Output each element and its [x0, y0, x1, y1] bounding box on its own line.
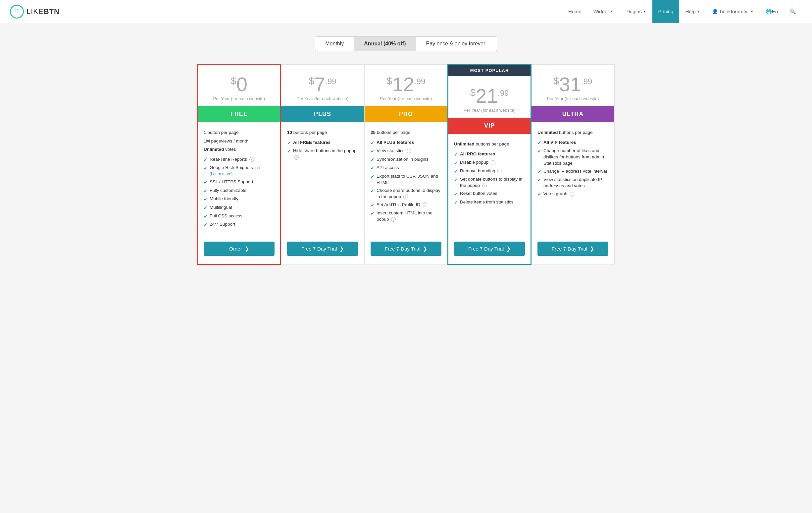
- ultra-price-area: $31.99 Per Year (for each website): [531, 64, 614, 106]
- free-price-area: $0 Per Year (for each website): [198, 64, 281, 106]
- info-icon[interactable]: i: [249, 157, 254, 162]
- check-icon: ✔: [454, 177, 458, 183]
- pro-trial-button[interactable]: Free 7-Day Trial ❯: [371, 242, 441, 256]
- info-icon[interactable]: i: [482, 184, 487, 188]
- ultra-price: $31.99: [536, 75, 609, 94]
- list-item: ✔All PRO features: [454, 151, 525, 158]
- vip-features: Unlimited buttons per page ✔All PRO feat…: [448, 134, 531, 237]
- free-feature-list: ✔Real-Time Reports i ✔Google Rich Snippe…: [204, 156, 274, 228]
- list-item: ✔All PLUS features: [371, 139, 441, 146]
- vip-label: VIP: [448, 118, 531, 134]
- info-icon[interactable]: i: [423, 202, 427, 207]
- ultra-feature-list: ✔All VIP features ✔Change number of like…: [538, 139, 608, 198]
- check-icon: ✔: [538, 148, 542, 155]
- plus-amount: 7: [314, 73, 325, 96]
- pro-feature-list: ✔All PLUS features ✔View statistics i ✔S…: [371, 139, 441, 223]
- info-icon[interactable]: i: [497, 169, 502, 173]
- check-icon: ✔: [204, 157, 208, 163]
- ultra-cents: .99: [581, 77, 592, 86]
- list-item: ✔Votes graph i: [538, 191, 608, 198]
- user-caret: ▼: [750, 9, 754, 13]
- pro-main-1: 25 buttons per page: [371, 129, 441, 136]
- user-icon: 👤: [712, 9, 718, 15]
- plus-arrow-icon: ❯: [340, 246, 344, 252]
- free-footer: Order ❯: [198, 237, 281, 264]
- check-icon: ✔: [538, 177, 542, 184]
- check-icon: ✔: [371, 148, 375, 155]
- info-icon[interactable]: i: [570, 192, 574, 196]
- check-icon: ✔: [454, 199, 458, 206]
- free-period: Per Year (for each website): [203, 96, 276, 101]
- vip-footer: Free 7-Day Trial ❯: [448, 237, 531, 264]
- list-item: ✔Remove branding i: [454, 168, 525, 175]
- free-dollar: $: [231, 75, 236, 86]
- check-icon: ✔: [204, 205, 208, 211]
- free-price: $0: [203, 75, 276, 94]
- nav-search[interactable]: 🔍: [784, 0, 802, 23]
- check-icon: ✔: [371, 165, 375, 172]
- nav-lang[interactable]: 🌐 En: [760, 0, 784, 23]
- check-icon: ✔: [371, 174, 375, 180]
- plus-trial-button[interactable]: Free 7-Day Trial ❯: [287, 242, 358, 256]
- info-icon[interactable]: i: [403, 194, 408, 199]
- billing-annual-btn[interactable]: Annual (40% off): [354, 36, 416, 51]
- plan-ultra: $31.99 Per Year (for each website) ULTRA…: [531, 64, 614, 264]
- check-icon: ✔: [204, 165, 208, 172]
- info-icon[interactable]: i: [294, 155, 299, 160]
- order-label: Order: [229, 246, 242, 251]
- info-icon[interactable]: i: [255, 166, 260, 170]
- ultra-trial-button[interactable]: Free 7-Day Trial ❯: [538, 242, 608, 256]
- list-item: ✔Hide share buttons in the popup i: [287, 148, 358, 160]
- list-item: ✔Multilingual: [204, 205, 274, 211]
- ultra-arrow-icon: ❯: [590, 246, 594, 252]
- nav-home[interactable]: Home: [562, 0, 587, 23]
- check-icon: ✔: [204, 222, 208, 228]
- pro-price: $12.99: [370, 75, 442, 94]
- list-item: ✔Choose share buttons to display in the …: [371, 188, 441, 200]
- vip-trial-label: Free 7-Day Trial: [468, 246, 504, 251]
- ultra-period: Per Year (for each website): [536, 96, 609, 101]
- list-item: ✔Google Rich Snippets i(Learn more): [204, 165, 274, 177]
- nav-help[interactable]: Help ▼: [679, 0, 706, 23]
- billing-monthly-btn[interactable]: Monthly: [315, 36, 354, 51]
- plan-vip: MOST POPULAR $21.99 Per Year (for each w…: [448, 64, 531, 264]
- plus-period: Per Year (for each website): [286, 96, 359, 101]
- list-item: ✔Full CSS access: [204, 213, 274, 220]
- free-main-2: 1M pageviews / month: [204, 137, 274, 145]
- plan-pro: $12.99 Per Year (for each website) PRO 2…: [365, 64, 447, 264]
- vip-trial-button[interactable]: Free 7-Day Trial ❯: [454, 242, 525, 256]
- nav-user[interactable]: 👤 bookforumtv ▼: [706, 0, 759, 23]
- check-icon: ✔: [204, 179, 208, 186]
- free-order-button[interactable]: Order ❯: [204, 242, 274, 256]
- info-icon[interactable]: i: [491, 160, 495, 165]
- ultra-trial-label: Free 7-Day Trial: [552, 246, 587, 251]
- nav-plugins[interactable]: Plugins ▼: [619, 0, 652, 23]
- list-item: ✔Export stats to CSV, JSON and HTML: [371, 173, 441, 186]
- check-icon: ✔: [538, 169, 542, 175]
- check-icon: ✔: [371, 140, 375, 146]
- info-icon[interactable]: i: [407, 149, 411, 154]
- list-item: ✔View statistics on duplicate IP address…: [538, 177, 608, 189]
- billing-lifetime-btn[interactable]: Pay once & enjoy forever!: [416, 36, 497, 51]
- check-icon: ✔: [454, 191, 458, 197]
- learn-more-link[interactable]: (Learn more): [210, 172, 232, 176]
- vip-cents: .99: [498, 88, 509, 98]
- list-item: ✔Disable popup i: [454, 159, 525, 166]
- nav-widget[interactable]: Widget ▼: [587, 0, 619, 23]
- vip-dollar: $: [470, 87, 476, 98]
- check-icon: ✔: [538, 140, 542, 146]
- vip-amount: 21: [475, 85, 498, 107]
- vip-price: $21.99: [453, 86, 526, 106]
- check-icon: ✔: [204, 196, 208, 203]
- logo-icon: ♡: [10, 5, 24, 19]
- free-main-1: 1 button per page: [204, 129, 274, 136]
- check-icon: ✔: [371, 211, 375, 217]
- check-icon: ✔: [454, 160, 458, 166]
- plus-dollar: $: [309, 75, 314, 86]
- list-item: ✔24/7 Support: [204, 221, 274, 228]
- logo[interactable]: ♡ LIKEBTN: [10, 5, 60, 19]
- info-icon[interactable]: i: [391, 217, 396, 222]
- nav-pricing[interactable]: Pricing: [652, 0, 679, 23]
- pro-footer: Free 7-Day Trial ❯: [365, 237, 447, 264]
- vip-arrow-icon: ❯: [506, 246, 511, 252]
